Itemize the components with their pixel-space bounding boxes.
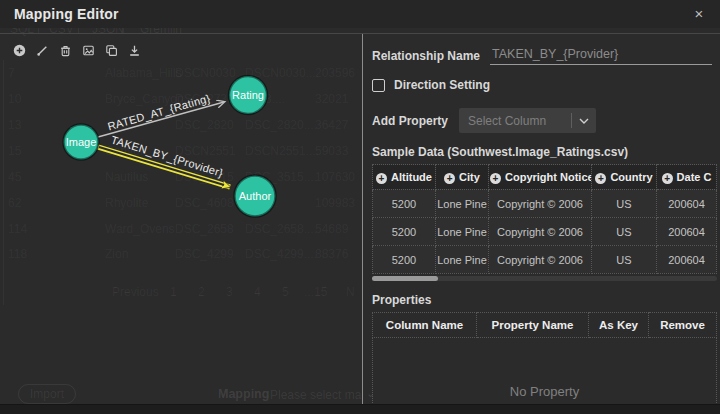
download-icon [128, 44, 141, 57]
node-rating[interactable]: Rating [229, 76, 267, 114]
dialog-bottom-strip [0, 404, 720, 414]
add-property-label: Add Property [372, 114, 448, 128]
download-button[interactable] [126, 42, 142, 58]
sample-data-row: 5200 Lone Pine Copyright © 2006 US 20060… [373, 246, 717, 274]
edge-label-rated-at[interactable]: RATED_AT_{Rating} [106, 92, 211, 132]
properties-empty-area: No Property [372, 338, 717, 414]
add-column-icon[interactable] [376, 173, 387, 184]
graph-canvas[interactable]: RATED_AT_{Rating} TAKEN_BY_{Provider} Im… [0, 34, 362, 404]
properties-col-header: Remove [649, 313, 717, 338]
edge-taken-by[interactable]: TAKEN_BY_{Provider} [98, 133, 230, 187]
image-icon [82, 44, 95, 57]
relationship-name-label: Relationship Name [372, 49, 480, 63]
mapping-editor-dialog: SQL CSV JSON Gremlin 7Alabama_HillsDSCN0… [0, 0, 720, 414]
edge-rated-at[interactable]: RATED_AT_{Rating} [98, 92, 224, 137]
properties-title: Properties [372, 293, 712, 307]
sample-data-table: Altitude City Copyright Notice Country D… [372, 164, 717, 274]
export-image-button[interactable] [80, 42, 96, 58]
draw-edge-button[interactable] [34, 42, 50, 58]
canvas-toolbar [11, 42, 142, 58]
relationship-name-input[interactable] [490, 46, 712, 65]
close-icon[interactable]: × [690, 5, 708, 23]
sample-table-scrollbar[interactable] [372, 276, 717, 281]
properties-col-header: Property Name [477, 313, 589, 338]
properties-table: Column Name Property Name As Key Remove [372, 312, 717, 338]
node-label-author: Author [239, 190, 272, 202]
node-label-image: Image [66, 136, 97, 148]
select-placeholder: Select Column [459, 114, 571, 128]
add-column-icon[interactable] [595, 173, 606, 184]
properties-col-header: As Key [589, 313, 649, 338]
add-column-icon[interactable] [444, 173, 455, 184]
sample-data-row: 5200 Lone Pine Copyright © 2006 US 20060… [373, 218, 717, 246]
no-property-text: No Property [510, 384, 579, 399]
copy-button[interactable] [103, 42, 119, 58]
sample-data-title: Sample Data (Southwest.Image_Ratings.csv… [372, 145, 712, 159]
add-column-icon[interactable] [490, 173, 501, 184]
dialog-titlebar: Mapping Editor [0, 0, 720, 28]
sample-data-row: 5200 Lone Pine Copyright © 2006 US 20060… [373, 190, 717, 218]
direction-setting-checkbox[interactable] [372, 79, 385, 92]
properties-col-header: Column Name [373, 313, 477, 338]
copy-icon [105, 44, 118, 57]
circle-plus-icon [13, 44, 26, 57]
add-property-select[interactable]: Select Column [459, 108, 596, 133]
node-image[interactable]: Image [64, 125, 99, 160]
sample-col-header[interactable]: Country [592, 165, 657, 190]
add-node-button[interactable] [11, 42, 27, 58]
sample-col-header[interactable]: Copyright Notice [489, 165, 592, 190]
sample-col-header[interactable]: Altitude [373, 165, 436, 190]
trash-icon [59, 44, 72, 57]
add-column-icon[interactable] [662, 173, 673, 184]
direction-setting-label: Direction Setting [394, 78, 490, 92]
sample-col-header[interactable]: City [436, 165, 489, 190]
sample-header-row: Altitude City Copyright Notice Country D… [373, 165, 717, 190]
pencil-icon [36, 44, 49, 57]
node-label-rating: Rating [232, 89, 264, 101]
node-author[interactable]: Author [235, 176, 276, 217]
relationship-panel: Relationship Name Direction Setting Add … [363, 34, 720, 404]
scrollbar-thumb[interactable] [372, 276, 438, 281]
sample-col-header[interactable]: Date C [657, 165, 717, 190]
chevron-down-icon [572, 118, 596, 124]
dialog-title: Mapping Editor [14, 6, 119, 22]
properties-header-row: Column Name Property Name As Key Remove [373, 313, 717, 338]
delete-button[interactable] [57, 42, 73, 58]
